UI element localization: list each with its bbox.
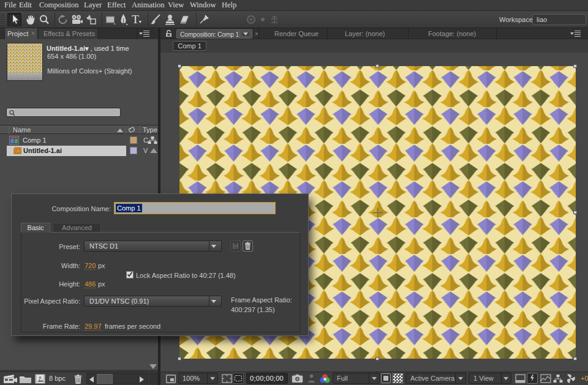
svg-text:Ai: Ai — [17, 149, 20, 152]
